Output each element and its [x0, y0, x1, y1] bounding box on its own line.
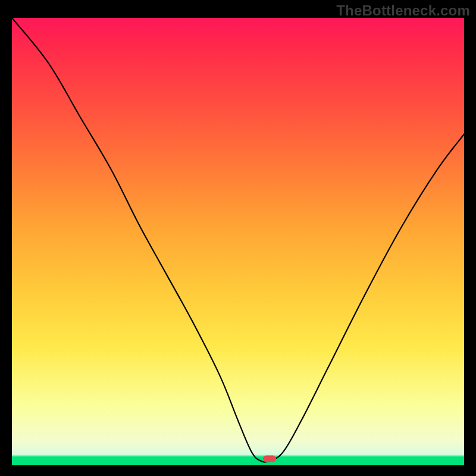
- optimal-marker: [263, 455, 276, 462]
- plot-frame: [12, 18, 464, 465]
- bottleneck-curve: [12, 18, 464, 465]
- watermark-text: TheBottleneck.com: [336, 2, 470, 19]
- chart-container: TheBottleneck.com: [0, 0, 476, 476]
